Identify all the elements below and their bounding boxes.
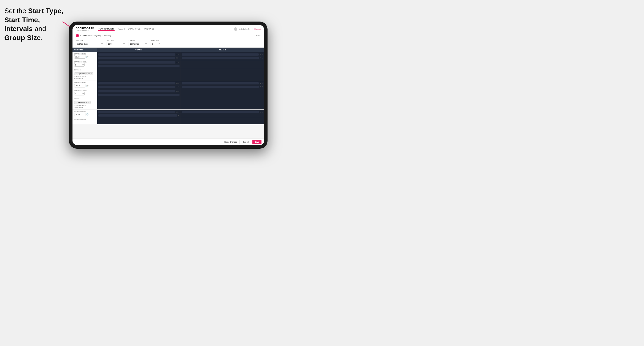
more-icon[interactable]: ○: [262, 54, 263, 56]
remove-player-icon[interactable]: ✕: [176, 82, 178, 84]
group-2-course-row: COURSE: 🏌 East Lake GC ✕ ○ Remove Group: [72, 97, 264, 110]
player-actions: ✕ ○: [176, 54, 180, 56]
player-bar: [98, 111, 176, 113]
hole-select-1[interactable]: 1 10: [74, 63, 84, 67]
hole-select-2[interactable]: 1 10: [74, 92, 84, 95]
back-button[interactable]: < Back: [254, 34, 260, 37]
more-icon[interactable]: ○: [178, 90, 180, 92]
team2-time-slot-2: ✕ ○ ✕ ○: [181, 81, 264, 89]
player-row: ✕ ○: [182, 56, 263, 59]
remove-group-link-1[interactable]: ○ Remove Group: [74, 76, 95, 78]
remove-player-icon[interactable]: ✕: [260, 86, 261, 88]
more-icon[interactable]: ○: [262, 82, 263, 84]
tablet-frame: SCOREBOARD Powered by clipp.io TOURNAMEN…: [69, 21, 268, 149]
player-row: [98, 64, 180, 67]
more-icon[interactable]: ○: [262, 111, 263, 113]
remove-player-icon[interactable]: ✕: [176, 57, 178, 59]
team1-course-slot-1: ✕ ○: [97, 60, 181, 68]
add-group-link-1[interactable]: + Add Group: [74, 78, 95, 79]
reset-changes-button[interactable]: Reset Changes: [222, 140, 240, 144]
team2-hole-slot-2: [181, 89, 264, 97]
start-time-label: Start Time: [106, 39, 126, 41]
course-icon: 🏌: [75, 73, 77, 75]
player-bar: [98, 86, 176, 88]
player-actions: ✕ ○: [260, 54, 263, 56]
more-icon[interactable]: ○: [178, 111, 180, 113]
nav-links: TOURNAMENTS TEAMS COMMITTEE RANKINGS: [98, 27, 234, 31]
nav-link-teams[interactable]: TEAMS: [118, 27, 125, 31]
course-remove-icon-1[interactable]: ✕: [90, 73, 92, 75]
player-row: ✕ ○: [98, 82, 180, 85]
player-bar: [98, 65, 180, 67]
breadcrumb-tournament[interactable]: Clippd Invitational (Men): [80, 34, 101, 37]
remove-player-icon[interactable]: ✕: [260, 54, 261, 56]
group-row-3: STARTING TIME: 🕐 ✕ ○: [72, 110, 264, 124]
remove-player-icon[interactable]: ✕: [176, 90, 178, 92]
remove-player-icon[interactable]: ✕: [260, 111, 261, 113]
player-row: ✕ ○: [182, 111, 263, 114]
group-3-hole-row: STARTING HOLE:: [72, 118, 264, 124]
group-size-label: Group Size: [150, 39, 162, 41]
player-row: [98, 93, 180, 96]
clock-icon-2: 🕐: [86, 85, 88, 87]
nav-bar: SCOREBOARD Powered by clipp.io TOURNAMEN…: [72, 25, 264, 33]
nav-link-tournaments[interactable]: TOURNAMENTS: [98, 27, 114, 31]
more-icon[interactable]: ○: [178, 57, 180, 59]
group-1-course-row: COURSE: 🏌 (A) Peachtree GC ✕ ○ Remove Gr…: [72, 68, 264, 81]
team1-empty-1: [97, 68, 181, 81]
time-input-3[interactable]: [74, 113, 86, 116]
remove-player-icon[interactable]: ✕: [176, 54, 178, 56]
more-icon[interactable]: ○: [178, 54, 180, 56]
more-icon[interactable]: ○: [178, 62, 180, 64]
remove-group-link-2[interactable]: ○ Remove Group: [74, 105, 95, 106]
start-time-select[interactable]: 10:00 09:00 11:00: [106, 42, 126, 46]
player-actions: ✕ ○: [260, 86, 263, 88]
group-3-left-hole: STARTING HOLE:: [72, 118, 97, 124]
more-icon[interactable]: ○: [262, 86, 263, 88]
more-icon[interactable]: ○: [262, 57, 263, 59]
logo-text: SCOREBOARD: [76, 27, 94, 29]
group-2-left-time: STARTING TIME: 🕐: [72, 81, 97, 89]
player-bar: [98, 82, 176, 84]
remove-player-icon[interactable]: ✕: [176, 111, 178, 113]
config-row: Start Type 1st Tee Start Shotgun Start S…: [72, 38, 264, 48]
start-time-field: Start Time 10:00 09:00 11:00: [106, 39, 126, 46]
starting-time-label-2: STARTING TIME:: [74, 82, 95, 84]
remove-player-icon[interactable]: ✕: [176, 62, 178, 64]
player-actions: ✕ ○: [176, 82, 180, 84]
player-actions: ✕ ○: [260, 57, 263, 59]
team1-time-slot-3: ✕ ○ ✕: [97, 110, 181, 118]
nav-link-rankings[interactable]: RANKINGS: [144, 27, 154, 31]
team2-hole-slot-3: [181, 118, 264, 124]
player-bar: [98, 61, 176, 64]
remove-player-icon[interactable]: ✕: [176, 86, 178, 88]
group-2-actions: ○ Remove Group + Add Group: [74, 105, 95, 108]
intervals-select[interactable]: 10 Minutes 8 Minutes 12 Minutes: [128, 42, 148, 46]
player-actions: ✕ ○: [176, 90, 180, 92]
sign-out-link[interactable]: Sign out: [254, 28, 260, 30]
player-bar: [182, 86, 259, 88]
remove-player-icon[interactable]: ✕: [260, 57, 261, 59]
time-input-1[interactable]: [74, 55, 86, 59]
save-button[interactable]: Save: [252, 140, 262, 144]
remove-player-icon[interactable]: ✕: [260, 82, 261, 84]
group-2-left-hole: STARTING HOLE: 1 10: [72, 89, 97, 97]
course-remove-icon-2[interactable]: ✕: [88, 101, 90, 103]
group-size-select[interactable]: 3 2 4: [150, 42, 162, 46]
player-row: ✕ ○: [98, 53, 180, 56]
remove-player-icon[interactable]: ✕: [178, 115, 180, 117]
th-team2: Team 2: [181, 48, 264, 52]
nav-link-committee[interactable]: COMMITTEE: [128, 27, 141, 31]
player-actions: ✕ ○: [176, 86, 180, 88]
main-content: Tee Time Team 1 Team 2 STARTING TIME: 🕐: [72, 48, 264, 139]
more-icon[interactable]: ○: [178, 86, 180, 88]
more-icon[interactable]: ○: [178, 82, 180, 84]
team2-empty-2: [181, 97, 264, 110]
start-type-select[interactable]: 1st Tee Start Shotgun Start: [76, 42, 104, 46]
team1-empty-2: [97, 97, 181, 110]
breadcrumb: C Clippd Invitational (Men) / Hosting < …: [72, 33, 264, 38]
time-input-2[interactable]: [74, 84, 86, 87]
add-group-link-2[interactable]: + Add Group: [74, 106, 95, 108]
player-bar: [98, 94, 180, 96]
cancel-button[interactable]: Cancel: [241, 140, 251, 144]
